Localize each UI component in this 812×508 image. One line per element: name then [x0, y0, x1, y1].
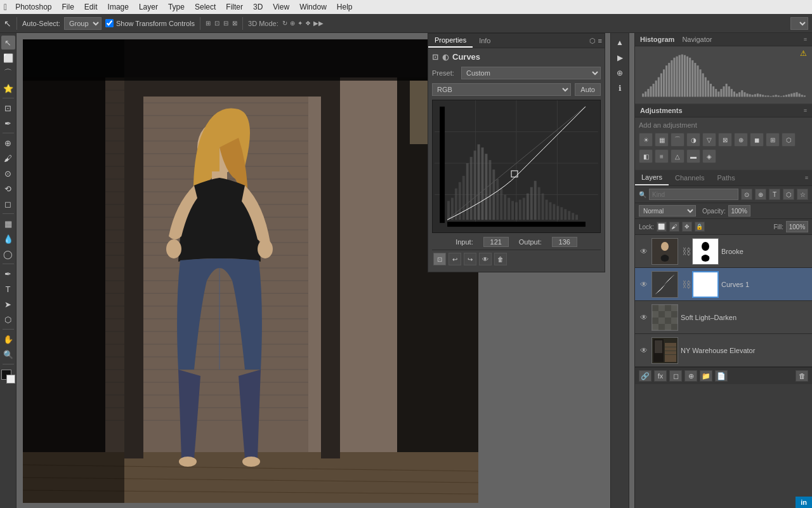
input-value[interactable] — [483, 237, 509, 247]
adj-invert[interactable]: ◧ — [639, 149, 653, 163]
preset-dropdown[interactable]: Custom Default Strong Contrast Linear — [461, 67, 601, 79]
adj-brightness[interactable]: ☀ — [639, 133, 653, 147]
menu-window[interactable]: Window — [295, 1, 331, 13]
lock-all-btn[interactable]: 🔒 — [695, 222, 705, 232]
adjustments-header[interactable]: Adjustments ≡ — [635, 104, 812, 117]
shape-tool[interactable]: ⬡ — [1, 312, 15, 326]
delete-layer-btn[interactable]: 🗑 — [796, 370, 808, 382]
marquee-tool[interactable]: ⬜ — [1, 51, 15, 65]
layer-style-btn[interactable]: fx — [654, 370, 667, 382]
workspace-selector[interactable]: Photography — [790, 17, 808, 30]
layers-search[interactable] — [649, 189, 738, 200]
adj-gradient-map[interactable]: ▬ — [686, 149, 700, 163]
layers-search-input[interactable] — [652, 191, 735, 198]
adj-threshold[interactable]: △ — [671, 149, 684, 163]
gradient-tool[interactable]: ▦ — [1, 217, 15, 231]
tab-paths[interactable]: Paths — [711, 171, 742, 185]
wand-tool[interactable]: ⭐ — [1, 81, 15, 95]
fill-input[interactable] — [786, 221, 808, 232]
menu-layer[interactable]: Layer — [134, 1, 162, 13]
menu-type[interactable]: Type — [164, 1, 189, 13]
redo-btn[interactable]: ↪ — [464, 253, 476, 265]
canvas-btn-2[interactable]: ▶ — [613, 51, 627, 65]
new-group-btn[interactable]: 📁 — [700, 370, 712, 382]
menu-photoshop[interactable]: Photoshop — [11, 1, 56, 13]
layer-visibility-brooke[interactable]: 👁 — [639, 246, 649, 257]
layer-item-softlight[interactable]: 👁 — [635, 301, 812, 334]
lasso-tool[interactable]: ⌒ — [1, 66, 15, 80]
adj-exposure[interactable]: ◑ — [686, 133, 700, 147]
show-transform-controls-checkbox[interactable] — [105, 19, 114, 27]
clip-shadows-btn[interactable]: ⊡ — [433, 253, 446, 265]
layer-visibility-curves1[interactable]: 👁 — [639, 279, 649, 290]
layers-panel-menu[interactable]: ≡ — [805, 175, 812, 181]
menu-edit[interactable]: Edit — [80, 1, 102, 13]
canvas-btn-3[interactable]: ⊕ — [613, 66, 627, 80]
main-canvas[interactable] — [23, 39, 478, 503]
adj-hsl[interactable]: ⊠ — [718, 133, 732, 147]
layer-visibility-softlight[interactable]: 👁 — [639, 312, 649, 323]
adj-photo-filter[interactable]: ◼ — [750, 133, 764, 147]
menu-image[interactable]: Image — [103, 1, 133, 13]
undo-btn[interactable]: ↩ — [449, 253, 461, 265]
clone-tool[interactable]: ⊙ — [1, 166, 15, 180]
auto-select-dropdown[interactable]: Group Layer — [64, 17, 102, 30]
canvas-btn-info[interactable]: ℹ — [613, 81, 627, 95]
curves-chart[interactable] — [432, 100, 601, 233]
filter-type-btn[interactable]: ⊙ — [741, 189, 752, 200]
adj-curves[interactable]: ⌒ — [671, 133, 684, 147]
menu-view[interactable]: View — [268, 1, 294, 13]
zoom-tool[interactable]: 🔍 — [1, 347, 15, 361]
adj-color-balance[interactable]: ⊕ — [734, 133, 748, 147]
menu-help[interactable]: Help — [332, 1, 357, 13]
filter-shape-btn[interactable]: ⬡ — [783, 189, 794, 200]
lock-transparent-btn[interactable]: ⬜ — [657, 222, 667, 232]
menu-filter[interactable]: Filter — [221, 1, 247, 13]
adj-selective-color[interactable]: ◈ — [702, 149, 716, 163]
channel-dropdown[interactable]: RGB Red Green Blue — [432, 83, 571, 96]
healing-brush-tool[interactable]: ⊕ — [1, 136, 15, 150]
tab-layers[interactable]: Layers — [635, 170, 669, 185]
filter-smart-btn[interactable]: ☆ — [797, 189, 808, 200]
link-layers-btn[interactable]: 🔗 — [639, 370, 652, 382]
eraser-tool[interactable]: ◻ — [1, 197, 15, 211]
filter-text-btn[interactable]: T — [769, 189, 780, 200]
background-color[interactable] — [6, 375, 15, 384]
dodge-tool[interactable]: ◯ — [1, 247, 15, 261]
text-tool[interactable]: T — [1, 282, 15, 296]
panel-expand-btn[interactable]: ⬡ — [589, 37, 596, 45]
brush-tool[interactable]: 🖌 — [1, 151, 15, 165]
tab-properties[interactable]: Properties — [428, 34, 473, 48]
pen-tool[interactable]: ✒ — [1, 267, 15, 281]
adj-channel-mixer[interactable]: ⊞ — [766, 133, 780, 147]
filter-adjustment-btn[interactable]: ⊕ — [755, 189, 766, 200]
path-tool[interactable]: ➤ — [1, 297, 15, 311]
layer-item-curves1[interactable]: 👁 ⛓ Curves 1 — [635, 268, 812, 301]
new-adjustment-btn[interactable]: ⊕ — [684, 370, 697, 382]
blend-mode-dropdown[interactable]: Normal Multiply Screen Overlay Soft Ligh… — [639, 205, 696, 217]
adj-posterize[interactable]: ≡ — [655, 149, 669, 163]
lock-position-btn[interactable]: ✥ — [682, 222, 692, 232]
tab-info[interactable]: Info — [473, 34, 497, 47]
new-layer-btn[interactable]: 📄 — [715, 370, 728, 382]
show-transform-controls-label[interactable]: Show Transform Controls — [105, 19, 195, 27]
output-value[interactable] — [552, 237, 577, 247]
auto-btn[interactable]: Auto — [575, 83, 601, 96]
move-tool[interactable]: ↖ — [1, 36, 15, 50]
history-brush-tool[interactable]: ⟲ — [1, 182, 15, 196]
opacity-input[interactable] — [728, 205, 750, 217]
tab-channels[interactable]: Channels — [669, 171, 710, 185]
layer-visibility-warehouse[interactable]: 👁 — [639, 345, 649, 356]
navigator-tab[interactable]: Navigator — [682, 36, 712, 43]
menu-select[interactable]: Select — [190, 1, 220, 13]
layer-item-brooke[interactable]: 👁 ⛓ Brooke — [635, 235, 812, 268]
histogram-header[interactable]: Histogram Navigator ≡ — [635, 33, 812, 46]
blur-tool[interactable]: 💧 — [1, 232, 15, 246]
adj-vibrance[interactable]: ▽ — [702, 133, 716, 147]
add-mask-btn[interactable]: ◻ — [669, 370, 682, 382]
crop-tool[interactable]: ⊡ — [1, 101, 15, 115]
visibility-btn[interactable]: 👁 — [479, 253, 492, 265]
panel-menu-btn[interactable]: ≡ — [598, 37, 602, 45]
menu-3d[interactable]: 3D — [249, 1, 267, 13]
canvas-btn-1[interactable]: ▲ — [613, 36, 627, 50]
